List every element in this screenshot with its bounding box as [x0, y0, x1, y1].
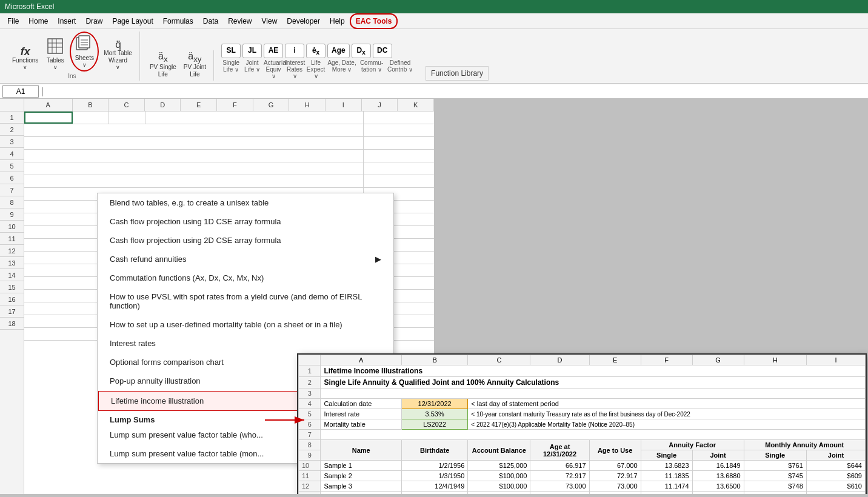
menu-item-blend[interactable]: Blend two tables, e.g. to create a unise…	[98, 193, 393, 212]
menu-item-user-mortality[interactable]: How to set up a user-defined mortality t…	[98, 315, 393, 334]
ribbon-btn-dx[interactable]: Dx	[352, 44, 371, 58]
ribbon-btn-pv-joint[interactable]: äxy PV JointLife	[181, 50, 209, 79]
row-header-1[interactable]: 1	[0, 112, 24, 124]
menu-help[interactable]: Help	[325, 15, 350, 28]
col-header-b[interactable]: B	[73, 99, 109, 111]
ribbon-btn-i[interactable]: i	[285, 44, 304, 58]
menu-eac-tools[interactable]: EAC Tools	[350, 13, 398, 29]
ribbon-btn-mort-table[interactable]: q̈ Mort TableWizard ∨	[101, 39, 135, 72]
row-header-7[interactable]: 7	[0, 184, 24, 196]
menu-item-interest-rates[interactable]: Interest rates	[98, 334, 393, 353]
row-header-10[interactable]: 10	[0, 221, 24, 233]
formula-input[interactable]	[46, 87, 866, 96]
row-header-9[interactable]: 9	[0, 208, 24, 221]
popup-row-8: 8 Name Birthdate Account Balance Age at …	[299, 440, 866, 450]
row-header-11[interactable]: 11	[0, 233, 24, 245]
row-header-3[interactable]: 3	[0, 136, 24, 148]
popup-col-c[interactable]: C	[468, 355, 530, 365]
menu-insert[interactable]: Insert	[53, 15, 81, 28]
title-bar: Microsoft Excel	[0, 0, 868, 13]
popup-hdr-age: Age at 12/31/2022	[530, 440, 589, 461]
row-header-13[interactable]: 13	[0, 257, 24, 269]
cell-a2[interactable]	[24, 124, 364, 136]
menu-item-pvsl-spot[interactable]: How to use PVSL with spot rates from a y…	[98, 287, 393, 315]
ribbon-btn-jl[interactable]: JL	[242, 44, 262, 58]
popup-col-a[interactable]: A	[321, 355, 402, 365]
menu-developer[interactable]: Developer	[282, 15, 325, 28]
popup-r10-afs: 13.6823	[641, 461, 692, 471]
popup-row-12: 12 Sample 3 12/4/1949 $100,000 73.000 73…	[299, 481, 866, 492]
row-header-18[interactable]: 18	[0, 318, 24, 330]
ribbon-btn-sl[interactable]: SL	[221, 44, 241, 58]
popup-row-10: 10 Sample 1 1/2/1956 $125,000 66.917 67.…	[299, 461, 866, 471]
col-header-c[interactable]: C	[109, 99, 145, 111]
col-header-a[interactable]: A	[24, 99, 73, 111]
menu-file[interactable]: File	[2, 15, 24, 28]
ribbon-group-pv: äx PV SingleLife äxy PV JointLife	[142, 50, 214, 81]
popup-col-b[interactable]: B	[401, 355, 467, 365]
popup-col-g[interactable]: G	[692, 355, 744, 365]
col-header-d[interactable]: D	[145, 99, 181, 111]
ribbon-btn-age[interactable]: Age	[327, 44, 350, 58]
popup-r13-ageto: 67.000	[589, 492, 641, 495]
popup-corner	[299, 355, 321, 365]
popup-interest-value[interactable]: 3.53%	[401, 409, 467, 419]
cell-b1[interactable]	[73, 112, 109, 124]
ribbon: fx Functions ∨ Tables ∨	[0, 29, 868, 84]
popup-col-i[interactable]: I	[806, 355, 865, 365]
row-headers: 1 2 3 4 5 6 7 8 9 10 11 12 13 14 15 16 1	[0, 112, 24, 494]
col-header-i[interactable]: I	[326, 99, 362, 111]
ribbon-btn-sheets[interactable]: Sheets ∨	[72, 34, 96, 69]
menu-item-cashflow-2d[interactable]: Cash flow projection using 2D CSE array …	[98, 231, 393, 250]
row-header-16[interactable]: 16	[0, 293, 24, 305]
ribbon-btn-ex[interactable]: ėx	[306, 44, 326, 58]
row-header-8[interactable]: 8	[0, 196, 24, 208]
menu-home[interactable]: Home	[24, 15, 53, 28]
popup-col-h[interactable]: H	[744, 355, 806, 365]
ribbon-btn-pv-single[interactable]: äx PV SingleLife	[147, 50, 179, 79]
menu-data[interactable]: Data	[198, 15, 223, 28]
row-header-2[interactable]: 2	[0, 124, 24, 136]
row-header-14[interactable]: 14	[0, 269, 24, 281]
row-header-12[interactable]: 12	[0, 245, 24, 257]
popup-calc-date-value[interactable]: 12/31/2022	[401, 399, 467, 409]
row-header-4[interactable]: 4	[0, 148, 24, 160]
popup-mortality-value[interactable]: LS2022	[401, 419, 467, 430]
menu-review[interactable]: Review	[223, 15, 256, 28]
menu-item-cash-refund[interactable]: Cash refund annuities ▶	[98, 250, 393, 269]
menu-bar: File Home Insert Draw Page Layout Formul…	[0, 13, 868, 29]
row-header-6[interactable]: 6	[0, 172, 24, 184]
menu-item-cashflow-1d[interactable]: Cash flow projection using 1D CSE array …	[98, 212, 393, 231]
menu-page-layout[interactable]: Page Layout	[107, 15, 158, 28]
grid-row-1	[24, 112, 434, 124]
popup-col-f[interactable]: F	[641, 355, 692, 365]
menu-view[interactable]: View	[257, 15, 282, 28]
ribbon-btn-dc[interactable]: DC	[373, 44, 392, 58]
row-header-5[interactable]: 5	[0, 160, 24, 172]
menu-item-commutation[interactable]: Commutation functions (Ax, Dx, Cx, Mx, N…	[98, 269, 393, 287]
col-header-k[interactable]: K	[398, 99, 434, 111]
ribbon-btn-tables[interactable]: Tables ∨	[43, 36, 67, 72]
row-header-15[interactable]: 15	[0, 281, 24, 293]
col-header-e[interactable]: E	[181, 99, 217, 111]
menu-formulas[interactable]: Formulas	[158, 15, 198, 28]
grid-row-4	[24, 150, 434, 162]
col-header-g[interactable]: G	[253, 99, 290, 111]
ribbon-btn-ae[interactable]: AE	[264, 44, 283, 58]
row-header-17[interactable]: 17	[0, 305, 24, 318]
popup-col-e[interactable]: E	[589, 355, 641, 365]
col-header-h[interactable]: H	[289, 99, 326, 111]
cell-a1[interactable]	[24, 112, 73, 124]
menu-draw[interactable]: Draw	[81, 15, 107, 28]
col-header-j[interactable]: J	[362, 99, 398, 111]
cell-c1[interactable]	[109, 112, 145, 124]
grid-row-3	[24, 137, 434, 150]
popup-r13-mas: $609	[744, 492, 806, 495]
ribbon-btn-functions[interactable]: fx Functions ∨	[10, 45, 41, 72]
popup-col-d[interactable]: D	[530, 355, 589, 365]
cell-reference-input[interactable]	[2, 85, 39, 98]
lbl-sl: SingleLife ∨	[221, 59, 241, 79]
col-header-f[interactable]: F	[217, 99, 253, 111]
popup-r12-mas: $748	[744, 481, 806, 492]
popup-spreadsheet: A B C D E F G H I 1 Lifetime Income Illu…	[297, 353, 867, 494]
